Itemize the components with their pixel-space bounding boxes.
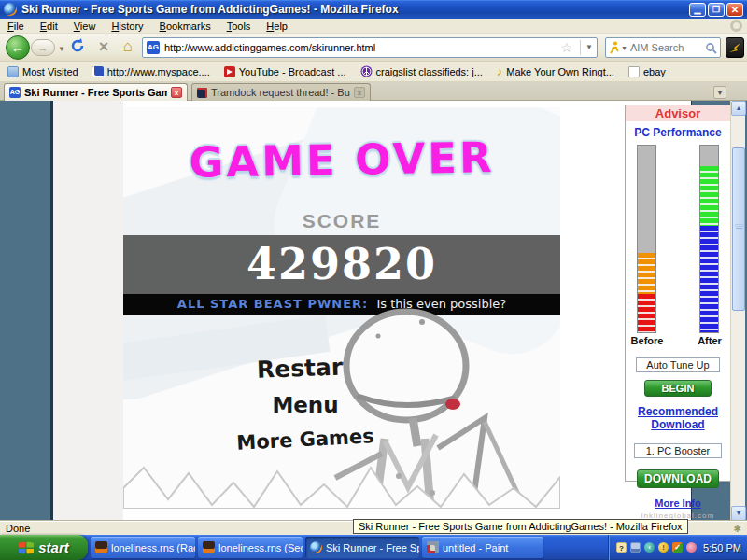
- tab-tramdock[interactable]: Tramdock request thread! - Buy, Sell & .…: [191, 83, 371, 101]
- page-margin: [53, 101, 123, 521]
- start-label: start: [38, 539, 69, 555]
- url-dropdown-icon[interactable]: ▼: [580, 40, 593, 55]
- before-label: Before: [627, 335, 667, 346]
- scrollbar-thumb[interactable]: [732, 147, 745, 311]
- search-engine-dropdown-icon[interactable]: ▼: [621, 45, 627, 51]
- navigation-toolbar: ← → ▼ × ⌂ AG http://www.addictinggames.c…: [0, 34, 747, 62]
- search-input[interactable]: [630, 42, 705, 53]
- menu-edit[interactable]: Edit: [40, 21, 58, 32]
- bookmark-myspace[interactable]: http://www.myspace....: [92, 66, 210, 77]
- vertical-scrollbar[interactable]: ▲ ▼: [730, 101, 745, 521]
- search-icon[interactable]: [705, 42, 717, 54]
- taskbar-tooltip: Ski Runner - Free Sports Game from Addic…: [353, 519, 688, 534]
- aim-tray-icon[interactable]: ‹: [644, 542, 655, 553]
- menu-history[interactable]: History: [111, 21, 143, 32]
- windows-logo-icon: [19, 541, 34, 554]
- reason-icon: [203, 541, 215, 553]
- webpage: GAME OVER SCORE 429820 ALL STAR BEAST PW…: [53, 101, 691, 521]
- menu-file[interactable]: File: [7, 21, 24, 32]
- status-text: Done: [6, 523, 30, 534]
- bookmark-ringtone[interactable]: ♪ Make Your Own Ringt...: [497, 64, 614, 78]
- url-input[interactable]: http://www.addictinggames.com/skirunner.…: [164, 42, 561, 53]
- desktop: { "window": { "title": "Ski Runner - Fre…: [0, 0, 747, 560]
- music-note-icon: ♪: [497, 64, 503, 78]
- menu-tools[interactable]: Tools: [227, 21, 251, 32]
- bookmarks-toolbar: Most Visited http://www.myspace.... YouT…: [0, 62, 747, 82]
- scroll-up-icon[interactable]: ▲: [731, 101, 746, 116]
- back-button[interactable]: ←: [6, 35, 30, 60]
- page-icon: [628, 66, 640, 77]
- search-box[interactable]: ▼: [605, 37, 721, 58]
- tab-close-icon[interactable]: x: [354, 87, 365, 98]
- extension-icon[interactable]: ✱: [734, 524, 741, 534]
- messenger-tray-icon[interactable]: [686, 542, 697, 553]
- menu-view[interactable]: View: [74, 21, 96, 32]
- taskbar: start loneliness.rns (Rack)* loneliness.…: [0, 535, 747, 560]
- security-tray-icon[interactable]: !: [658, 542, 669, 553]
- begin-button[interactable]: BEGIN: [644, 380, 712, 397]
- restore-button[interactable]: ❐: [708, 3, 725, 17]
- peace-icon: [360, 65, 373, 77]
- recommended-download-link[interactable]: Recommended Download: [635, 405, 721, 432]
- bookmark-star-icon[interactable]: ☆: [561, 40, 573, 55]
- update-tray-icon[interactable]: ✓: [672, 542, 683, 553]
- advisor-ad: Advisor PC Performance Before After Auto…: [625, 105, 731, 482]
- before-gauge: [637, 145, 656, 333]
- after-gauge: [699, 145, 719, 333]
- bookmark-youtube[interactable]: YouTube - Broadcast ...: [224, 66, 346, 77]
- forward-button[interactable]: →: [31, 39, 55, 56]
- score-band: 429820: [123, 235, 560, 294]
- tab-label: Tramdock request thread! - Buy, Sell & .…: [211, 87, 350, 98]
- menu-bar: File Edit View History Bookmarks Tools H…: [0, 19, 747, 34]
- menu-bookmarks[interactable]: Bookmarks: [160, 21, 211, 32]
- window-title: Ski Runner - Free Sports Game from Addic…: [21, 3, 689, 16]
- url-bar[interactable]: AG http://www.addictinggames.com/skirunn…: [142, 37, 598, 58]
- clock: 5:50 PM: [703, 542, 741, 553]
- system-tray: ? ‹ ! ✓ 5:50 PM: [608, 535, 747, 560]
- game-area[interactable]: GAME OVER SCORE 429820 ALL STAR BEAST PW…: [123, 107, 560, 509]
- bookmark-most-visited[interactable]: Most Visited: [7, 66, 78, 77]
- tune-up-select[interactable]: Auto Tune Up: [636, 357, 720, 372]
- tab-ski-runner[interactable]: AG Ski Runner - Free Sports Game fr... x: [4, 83, 188, 101]
- help-tray-icon[interactable]: ?: [616, 542, 627, 553]
- site-favicon: AG: [147, 41, 160, 54]
- tramdock-favicon: [197, 88, 207, 98]
- title-bar[interactable]: Ski Runner - Free Sports Game from Addic…: [0, 0, 747, 19]
- product-select[interactable]: 1. PC Booster: [634, 443, 722, 458]
- download-button[interactable]: DOWNLOAD: [637, 469, 719, 488]
- game-over-title: GAME OVER: [123, 132, 560, 189]
- bookmark-craigslist[interactable]: craigslist classifieds: j...: [360, 65, 483, 77]
- paint-icon: [427, 541, 439, 553]
- history-dropdown-icon[interactable]: ▼: [58, 45, 65, 53]
- start-button[interactable]: start: [0, 535, 88, 560]
- tab-bar: AG Ski Runner - Free Sports Game fr... x…: [0, 82, 747, 101]
- taskbar-item-loneliness-rack[interactable]: loneliness.rns (Rack)*: [91, 537, 195, 558]
- score-value: 429820: [123, 235, 560, 294]
- scroll-down-icon[interactable]: ▼: [731, 506, 746, 521]
- menu-help[interactable]: Help: [266, 21, 288, 32]
- close-button[interactable]: ✕: [726, 3, 743, 17]
- taskbar-item-ski-runner[interactable]: Ski Runner - Free Spo...: [305, 537, 419, 558]
- firefox-icon: [310, 541, 322, 553]
- taskbar-item-paint[interactable]: untitled - Paint: [422, 537, 543, 558]
- tab-favicon: AG: [9, 87, 21, 98]
- mountains-illustration: [123, 451, 560, 509]
- browser-viewport: GAME OVER SCORE 429820 ALL STAR BEAST PW…: [0, 101, 747, 521]
- firefox-icon: [4, 3, 17, 16]
- bookmark-ebay[interactable]: ebay: [628, 66, 666, 77]
- reload-button[interactable]: [67, 37, 88, 58]
- throbber-icon: [730, 20, 742, 32]
- folder-icon: [7, 66, 19, 77]
- minimize-button[interactable]: ▁: [689, 3, 706, 17]
- stop-button[interactable]: ×: [93, 37, 114, 58]
- more-info-link[interactable]: More Info: [635, 497, 721, 510]
- reason-icon: [95, 541, 107, 553]
- home-button[interactable]: ⌂: [118, 37, 138, 58]
- aim-toolbar-button[interactable]: [726, 37, 744, 58]
- tab-label: Ski Runner - Free Sports Game fr...: [24, 87, 167, 98]
- tab-list-dropdown-icon[interactable]: ▼: [713, 86, 726, 99]
- advisor-header: Advisor: [626, 105, 730, 121]
- taskbar-item-loneliness-sequencer[interactable]: loneliness.rns (Seque...: [198, 537, 303, 558]
- tab-close-icon[interactable]: x: [171, 87, 182, 98]
- display-tray-icon[interactable]: [630, 542, 641, 553]
